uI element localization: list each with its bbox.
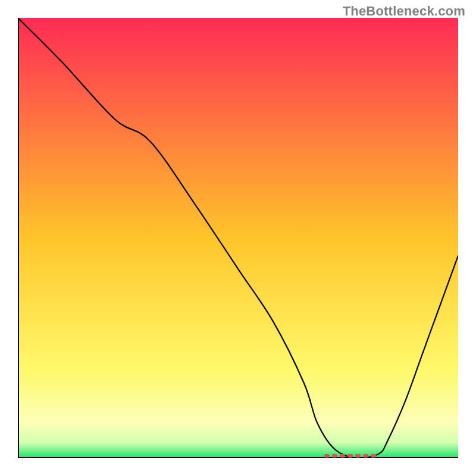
bottleneck-chart [18, 18, 458, 458]
watermark-text: TheBottleneck.com [343, 4, 465, 19]
chart-background [18, 18, 458, 458]
